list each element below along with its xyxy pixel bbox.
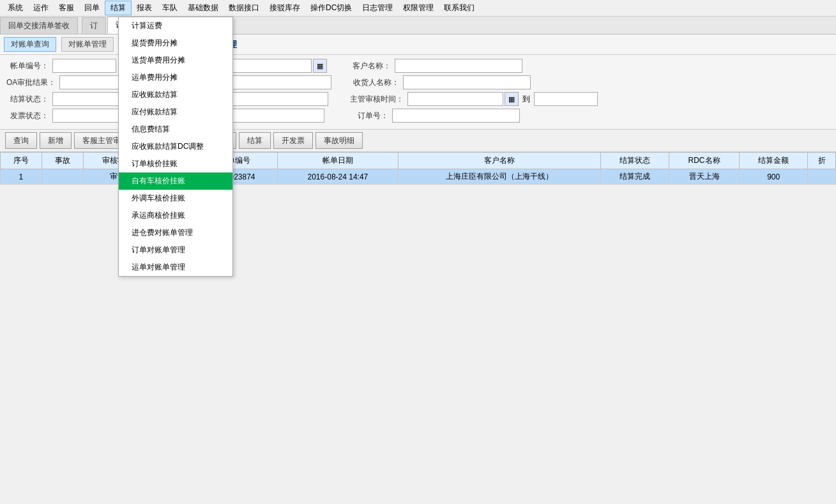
- cell-rdc-name: 晋天上海: [669, 169, 739, 185]
- col-account-date: 帐单日期: [278, 153, 399, 169]
- menu-shuju[interactable]: 数据接口: [224, 1, 264, 15]
- account-no-input[interactable]: [52, 59, 116, 73]
- to-label: 到: [522, 94, 530, 105]
- tab-dingdan-guzhang[interactable]: 订: [82, 17, 106, 34]
- supervisor-review-time-label: 主管审核时间：: [350, 94, 406, 105]
- order-no-input[interactable]: [392, 109, 520, 123]
- query-btn[interactable]: 查询: [5, 132, 37, 149]
- col-customer-name: 客户名称: [398, 153, 600, 169]
- invoice-status-label: 发票状态：: [6, 111, 51, 121]
- settle-btn[interactable]: 结算: [239, 132, 271, 149]
- col-settle-status: 结算状态: [600, 153, 669, 169]
- invoice-btn[interactable]: 开发票: [273, 132, 313, 149]
- dropdown-item-0[interactable]: 计算运费: [119, 17, 232, 34]
- col-rdc-name: RDC名称: [669, 153, 739, 169]
- sub-tab-query[interactable]: 对账单查询: [4, 37, 56, 52]
- dropdown-item-9[interactable]: 自有车核价挂账: [119, 172, 232, 190]
- cell-settle-amount: 900: [740, 169, 808, 185]
- dropdown-item-7[interactable]: 应收账款结算DC调整: [119, 138, 232, 155]
- col-discount: 折: [808, 153, 836, 169]
- oa-audit-label: OA审批结果：: [6, 77, 58, 88]
- recipient-name-label: 收货人名称：: [353, 77, 402, 88]
- invoice-status-select[interactable]: [52, 109, 129, 123]
- cell-account-date: 2016-08-24 14:47: [278, 169, 399, 185]
- accident-detail-btn[interactable]: 事故明细: [315, 132, 363, 149]
- menu-caozuo[interactable]: 操作DC切换: [305, 1, 357, 15]
- dropdown-item-8[interactable]: 订单核价挂账: [119, 155, 232, 172]
- dropdown-item-14[interactable]: 运单对账单管理: [119, 259, 232, 276]
- cell-customer-name: 上海庄臣有限公司（上海干线）: [398, 169, 600, 185]
- col-accident: 事故: [42, 153, 83, 169]
- menu-jichu[interactable]: 基础数据: [183, 1, 224, 15]
- add-btn[interactable]: 新增: [40, 132, 72, 149]
- settle-status-label: 结算状态：: [6, 94, 51, 105]
- dropdown-item-3[interactable]: 运单费用分摊: [119, 69, 232, 86]
- dropdown-item-6[interactable]: 信息费结算: [119, 121, 232, 138]
- recipient-name-input[interactable]: [403, 75, 531, 89]
- menu-baobiao[interactable]: 报表: [132, 1, 157, 15]
- menu-jiebo[interactable]: 接驳库存: [264, 1, 305, 15]
- menu-chedui[interactable]: 车队: [157, 1, 183, 15]
- settle-status-select[interactable]: [52, 92, 129, 106]
- dropdown-item-1[interactable]: 提货费用分摊: [119, 34, 232, 52]
- menu-yunzuo[interactable]: 运作: [28, 1, 54, 15]
- tab-huidan[interactable]: 回单交接清单签收: [0, 17, 78, 34]
- dropdown-menu: 计算运费 提货费用分摊 送货单费用分摊 运单费用分摊 应收账款结算 应付账款结算…: [118, 17, 233, 277]
- dropdown-item-5[interactable]: 应付账款结算: [119, 103, 232, 121]
- menu-rizhi[interactable]: 日志管理: [357, 1, 398, 15]
- supervisor-review-time-to[interactable]: [534, 92, 598, 106]
- account-no-label: 帐单编号：: [6, 61, 51, 72]
- menu-quanxian[interactable]: 权限管理: [398, 1, 439, 15]
- menu-jiesuan[interactable]: 结算: [105, 1, 132, 15]
- cell-discount: [808, 169, 836, 185]
- customer-name-input[interactable]: [395, 59, 522, 73]
- dropdown-item-10[interactable]: 外调车核价挂账: [119, 190, 232, 207]
- col-settle-amount: 结算金额: [740, 153, 808, 169]
- menubar: 系统 运作 客服 回单 结算 报表 车队 基础数据 数据接口 接驳库存 操作DC…: [0, 0, 836, 17]
- dropdown-item-2[interactable]: 送货单费用分摊: [119, 52, 232, 69]
- supervisor-review-time-from[interactable]: [407, 92, 503, 106]
- cell-accident: [42, 169, 83, 185]
- customer-name-label: 客户名称：: [349, 61, 393, 72]
- cell-settle-status: 结算完成: [600, 169, 669, 185]
- menu-kefu[interactable]: 客服: [54, 1, 79, 15]
- customer-picker-btn[interactable]: ▦: [313, 59, 327, 73]
- sub-tab-manage[interactable]: 对账单管理: [61, 37, 114, 52]
- cell-seq: 1: [1, 169, 42, 185]
- col-seq: 序号: [1, 153, 42, 169]
- menu-lianxi[interactable]: 联系我们: [439, 1, 480, 15]
- dropdown-item-11[interactable]: 承运商核价挂账: [119, 207, 232, 224]
- dropdown-item-12[interactable]: 进仓费对账单管理: [119, 224, 232, 241]
- menu-huidan[interactable]: 回单: [79, 1, 105, 15]
- menu-system[interactable]: 系统: [3, 1, 28, 15]
- supervisor-time-from-picker[interactable]: ▦: [505, 92, 519, 106]
- dropdown-item-13[interactable]: 订单对账单管理: [119, 241, 232, 259]
- dropdown-item-4[interactable]: 应收账款结算: [119, 86, 232, 103]
- order-no-label: 订单号：: [346, 111, 391, 121]
